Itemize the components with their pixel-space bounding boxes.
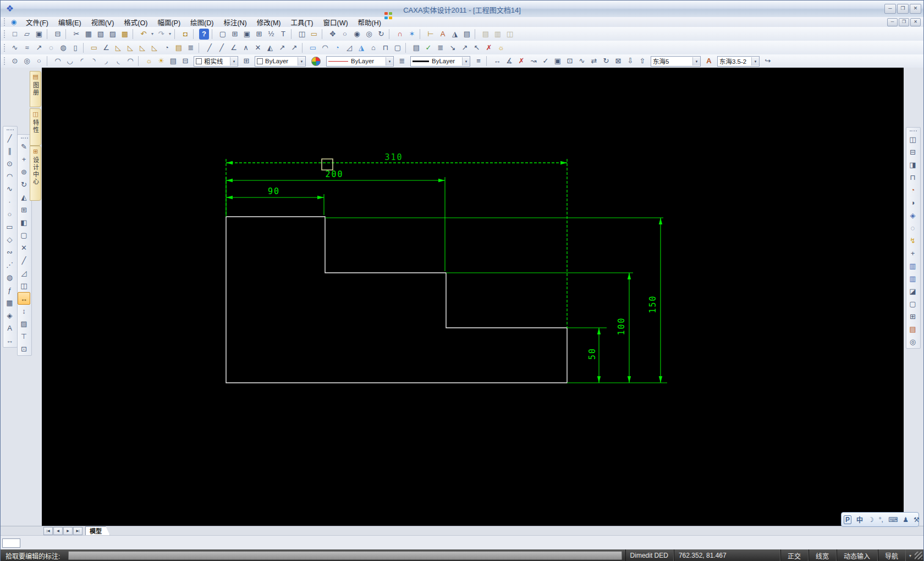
arrow-line-icon[interactable]: ↗ <box>276 42 288 53</box>
text-tool-icon[interactable]: A <box>437 29 449 40</box>
datum-dimension-icon[interactable]: ◺ <box>112 42 124 53</box>
pan-icon[interactable]: ✥ <box>327 29 339 40</box>
sheet-nav-button[interactable]: |◀ <box>43 527 53 535</box>
sheet-nav-button[interactable]: ▶ <box>63 527 73 535</box>
sheet-edit-icon[interactable]: ▤ <box>461 29 473 40</box>
chevron-down-icon[interactable]: ▾ <box>906 553 915 558</box>
circle-tool-icon[interactable]: ⊙ <box>3 157 16 170</box>
update-views-icon[interactable]: ↯ <box>906 234 919 247</box>
zoom-icon[interactable]: ○ <box>339 29 351 40</box>
dimension-tool-icon[interactable]: ↔ <box>3 334 16 347</box>
chevron-down-icon[interactable]: ▾ <box>298 57 305 65</box>
table-icon[interactable]: ⊞ <box>253 29 265 40</box>
scale-tool-icon[interactable]: ◿ <box>18 267 30 279</box>
stamp-tool-icon[interactable]: ◍ <box>3 271 16 284</box>
ellipse-tool-icon[interactable]: ○ <box>3 208 16 221</box>
spline-icon[interactable]: ∿ <box>9 42 21 53</box>
menu-item[interactable]: 标注(N) <box>218 16 251 28</box>
move-view-icon[interactable]: + <box>906 247 919 260</box>
dimension-tool-icon[interactable]: ⊢ <box>425 29 437 40</box>
arc-tangent-icon[interactable]: ◠ <box>124 56 136 67</box>
layer-plug-icon[interactable]: ▤ <box>167 56 179 67</box>
rotate-view-icon[interactable]: ↻ <box>375 29 387 40</box>
text-tool-icon[interactable]: A <box>3 322 16 334</box>
options-tool-icon[interactable]: ⊡ <box>18 343 30 355</box>
pin-tool-icon[interactable]: ⊤ <box>18 330 30 343</box>
node-edit-icon[interactable]: ◮ <box>449 29 461 40</box>
lineweight-combo[interactable]: ByLayer ▾ <box>410 56 470 67</box>
crop-view-icon[interactable]: ▢ <box>906 298 919 310</box>
three-point-circle-icon[interactable]: ○ <box>33 56 45 67</box>
rotate-tool-icon[interactable]: ↻ <box>18 178 30 191</box>
model-sheet-tab[interactable]: 模型 <box>85 526 110 536</box>
move-tool-icon[interactable]: + <box>18 153 30 166</box>
font-edit-icon[interactable]: A <box>703 56 715 67</box>
point-line-tool-icon[interactable]: ⋰ <box>3 258 16 271</box>
leader-icon[interactable]: ↝ <box>527 56 540 67</box>
number-format-icon[interactable]: ½ <box>265 29 277 40</box>
break-view-icon[interactable]: ◨ <box>906 158 919 171</box>
color-combo[interactable]: ByLayer ▾ <box>255 56 306 67</box>
copy-icon[interactable]: ▦ <box>82 29 95 40</box>
chamfer-icon[interactable]: ◿ <box>343 42 355 53</box>
menu-item[interactable]: 修改(M) <box>252 16 286 28</box>
visibility-bulb-icon[interactable]: ☼ <box>143 56 155 67</box>
cut-icon[interactable]: ✂ <box>70 29 82 40</box>
corner-rect-icon[interactable]: ▢ <box>392 42 404 53</box>
menu-item[interactable]: 窗口(W) <box>318 16 353 28</box>
save-icon[interactable]: ▣ <box>33 29 45 40</box>
dimension-style-combo[interactable]: 东海3.5-2 ▾ <box>717 56 760 67</box>
linetype-manager-icon[interactable]: ≣ <box>396 56 408 67</box>
activate-frame-icon[interactable]: ⊞ <box>229 29 241 40</box>
status-toggle-button[interactable]: 正交 <box>780 549 809 561</box>
window-panel-icon[interactable]: ◫ <box>504 29 516 40</box>
ime-settings-wrench-icon[interactable]: ⚒ <box>914 516 920 524</box>
projection-view-icon[interactable]: ⊟ <box>906 146 919 158</box>
double-arrow-line-icon[interactable]: ↗ <box>288 42 300 53</box>
status-toggle-button[interactable]: 动态输入 <box>837 549 878 561</box>
new-view-icon[interactable]: ◫ <box>906 133 919 146</box>
help-icon[interactable]: ? <box>199 29 209 40</box>
angular-dimension-icon[interactable]: ∡ <box>503 56 515 67</box>
chevron-down-icon[interactable]: ▾ <box>751 57 759 65</box>
status-toggle-button[interactable]: 导航 <box>878 549 906 561</box>
circle-rect-icon[interactable]: ◔ <box>331 42 343 53</box>
reference-text-icon[interactable]: ⊡ <box>564 56 576 67</box>
slot-icon[interactable]: ⊓ <box>380 42 392 53</box>
text-frame-icon[interactable]: ▣ <box>241 29 253 40</box>
point-tool-icon[interactable]: · <box>3 195 16 208</box>
select-rect-tool-icon[interactable]: ▢ <box>18 229 30 241</box>
circle-snap-icon[interactable]: ◍ <box>57 42 69 53</box>
view-eye-icon[interactable]: ◔ <box>161 42 173 53</box>
ime-punctuation-icon[interactable]: °, <box>879 516 883 524</box>
dimension-style-icon[interactable]: ↔ <box>491 56 503 67</box>
center-circle-icon[interactable]: ⊙ <box>9 56 21 67</box>
zoom-window-icon[interactable]: ◉ <box>351 29 363 40</box>
text-style-combo[interactable]: 东海5 ▾ <box>651 56 701 67</box>
new-file-icon[interactable]: □ <box>9 29 21 40</box>
close-button[interactable]: ✕ <box>910 4 921 14</box>
cross-construction-icon[interactable]: ✕ <box>252 42 264 53</box>
chevron-down-icon[interactable]: ▾ <box>692 57 700 65</box>
wave-line-icon[interactable]: ≈ <box>21 42 33 53</box>
ime-indicator-icon[interactable]: P <box>844 515 851 524</box>
text-box-icon[interactable]: ▣ <box>552 56 564 67</box>
sheet-nav-button[interactable]: ▶| <box>73 527 82 535</box>
segment-line-icon[interactable]: ╱ <box>216 42 228 53</box>
freehand-icon[interactable]: ◌ <box>45 42 57 53</box>
sheet-nav-button[interactable]: ◀ <box>53 527 63 535</box>
command-input[interactable] <box>2 538 20 548</box>
arrow-draw-icon[interactable]: ↗ <box>33 42 45 53</box>
arc-rect-icon[interactable]: ◠ <box>319 42 331 53</box>
arc-end-icon[interactable]: ◝ <box>88 56 100 67</box>
line-tool-icon[interactable]: ╱ <box>3 132 16 145</box>
menu-item[interactable]: 幅面(P) <box>152 16 185 28</box>
linetype-combo[interactable]: ByLayer ▾ <box>326 56 394 67</box>
menu-item[interactable]: 格式(O) <box>119 16 152 28</box>
print-icon[interactable]: ⊟ <box>52 29 64 40</box>
display-switch-icon[interactable]: ◫ <box>296 29 308 40</box>
solid-part-icon[interactable]: ▯ <box>69 42 81 53</box>
measure-icon[interactable]: ▭ <box>308 29 320 40</box>
dimension-200[interactable]: 200 <box>226 169 445 271</box>
menu-item[interactable]: 视图(V) <box>86 16 119 28</box>
